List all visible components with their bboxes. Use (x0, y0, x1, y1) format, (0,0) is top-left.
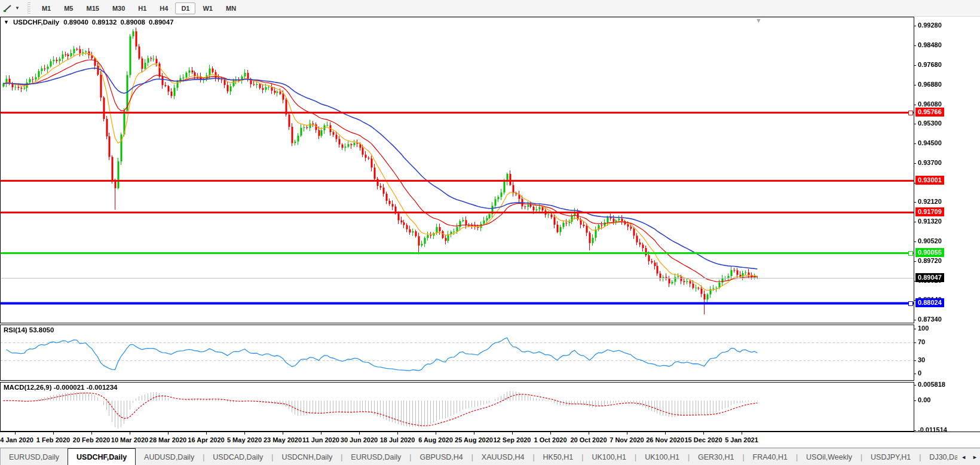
macd-indicator-pane: MACD(12,26,9) -0.000021 -0.001234 0.0058… (0, 382, 980, 432)
chart-tab-usdjpy-h1[interactable]: USDJPY,H1 (862, 448, 919, 465)
chart-tab-eurusd-daily[interactable]: EURUSD,Daily (1, 448, 68, 465)
drawing-tool-button[interactable]: ▼ (1, 3, 22, 14)
date-axis-tick (512, 432, 513, 435)
price-axis-label: 0.94500 (918, 139, 942, 146)
price-axis-label: 0.90520 (918, 237, 942, 244)
timeframe-button-d1[interactable]: D1 (175, 2, 195, 14)
date-axis-tick (168, 432, 169, 435)
date-axis-tick (397, 432, 398, 435)
price-axis-tick (914, 202, 916, 203)
chart-tab-bar: EURUSD,DailyUSDCHF,DailyAUDUSD,Daily|USD… (0, 448, 980, 465)
price-chart-canvas[interactable] (0, 17, 914, 323)
price-axis-label: 0.93700 (918, 159, 942, 166)
chart-tab-xauusd-h4[interactable]: XAUUSD,H4 (473, 448, 533, 465)
price-axis-tick (914, 105, 916, 105)
chart-tab-usoil-weekly[interactable]: USOil,Weekly (798, 448, 860, 465)
date-axis-tick (627, 432, 627, 435)
hline-drag-handle[interactable] (908, 111, 913, 115)
date-axis-tick (665, 432, 666, 435)
date-axis-tick (321, 432, 321, 435)
rsi-axis-label: 100 (918, 325, 929, 332)
hline-price-badge: 0.95766 (915, 108, 944, 117)
chart-tab-eurusd-daily[interactable]: EURUSD,Daily (342, 448, 409, 465)
chart-tab-ger30-h1[interactable]: GER30,H1 (690, 448, 742, 465)
price-axis-label: 0.89720 (918, 257, 942, 264)
macd-canvas[interactable] (0, 382, 914, 432)
price-axis-tick (914, 261, 916, 262)
timeframe-button-m30[interactable]: M30 (106, 2, 131, 14)
price-axis-tick (914, 124, 916, 124)
date-axis-tick (130, 432, 130, 435)
hline-drag-handle[interactable] (908, 301, 913, 306)
price-chart-pane: ▼ USDCHF,Daily 0.89040 0.89132 0.89008 0… (0, 17, 980, 323)
price-axis-tick (914, 143, 916, 144)
price-axis-label: 0.92120 (918, 198, 942, 205)
chart-dropdown-caret[interactable]: ▼ (4, 19, 9, 25)
trading-platform-window: ▼ M1M5M15M30H1H4D1W1MN ▼ USDCHF,Daily 0.… (0, 0, 980, 465)
chart-tab-uk100-h1[interactable]: UK100,H1 (636, 448, 688, 465)
chart-tab-audusd-daily[interactable]: AUDUSD,Daily (136, 448, 203, 465)
macd-axis-tick (914, 400, 916, 401)
ohlc-close: 0.89047 (149, 19, 174, 26)
price-axis-label: 0.95300 (918, 120, 942, 127)
price-axis-tick (914, 85, 916, 85)
chart-tab-usdchf-daily[interactable]: USDCHF,Daily (68, 448, 136, 465)
timeframe-button-w1[interactable]: W1 (197, 2, 219, 14)
chart-tab-usdcad-daily[interactable]: USDCAD,Daily (204, 448, 271, 465)
chart-shift-triangle[interactable]: ▼ (755, 17, 762, 24)
timeframe-button-mn[interactable]: MN (220, 2, 242, 14)
date-axis-tick (589, 432, 589, 435)
hline-drag-handle[interactable] (908, 251, 913, 256)
date-axis-tick (550, 432, 551, 435)
chart-tab-usdcnh-daily[interactable]: USDCNH,Daily (273, 448, 341, 465)
date-axis-tick (244, 432, 245, 435)
date-axis: 14 Jan 20201 Feb 202020 Feb 202010 Mar 2… (0, 432, 980, 448)
rsi-axis-label: 30 (918, 356, 925, 363)
price-axis-label: 0.91320 (918, 218, 942, 225)
pencil-icon (3, 4, 13, 13)
ohlc-low: 0.89008 (120, 19, 145, 26)
chevron-down-icon: ▼ (15, 5, 20, 11)
chart-ohlc: 0.89040 0.89132 0.89008 0.89047 (63, 19, 173, 26)
tab-scroll-right-icon[interactable]: ► (972, 454, 978, 460)
chart-tab-hk50-h1[interactable]: HK50,H1 (535, 448, 582, 465)
macd-axis-tick (914, 430, 916, 431)
macd-axis-label: 0.005818 (918, 381, 945, 388)
chart-tab-gbpusd-h4[interactable]: GBPUSD,H4 (411, 448, 471, 465)
price-axis-tick (914, 320, 916, 320)
rsi-axis-tick (914, 342, 916, 343)
rsi-axis-tick (914, 360, 916, 361)
date-axis-tick (53, 432, 54, 435)
macd-axis-label: 0.00 (918, 396, 930, 403)
chart-title: ▼ USDCHF,Daily 0.89040 0.89132 0.89008 0… (4, 19, 174, 26)
timeframe-button-m5[interactable]: M5 (58, 2, 79, 14)
rsi-axis-tick (914, 329, 916, 329)
tab-scroll-left-icon[interactable]: ◄ (961, 454, 966, 460)
chart-tab-fra40-h1[interactable]: FRA40,H1 (745, 448, 796, 465)
ohlc-high: 0.89132 (92, 19, 117, 26)
price-axis-tick (914, 222, 916, 222)
date-axis-tick (703, 432, 704, 435)
date-axis-tick (474, 432, 474, 435)
date-axis-tick (359, 432, 360, 435)
price-axis-label: 0.97680 (918, 61, 942, 68)
rsi-canvas[interactable] (0, 325, 914, 381)
hline-price-badge: 0.91709 (915, 207, 944, 216)
date-axis-tick (742, 432, 742, 435)
price-axis-label: 0.96080 (918, 100, 942, 108)
price-axis-label: 0.87340 (918, 316, 942, 323)
chart-symbol: USDCHF,Daily (13, 19, 59, 26)
timeframe-button-h1[interactable]: H1 (132, 2, 152, 14)
price-axis-tick (914, 163, 916, 164)
macd-label: MACD(12,26,9) -0.000021 -0.001234 (4, 384, 118, 391)
price-axis-tick (914, 65, 916, 66)
chart-tab-uk100-h1[interactable]: UK100,H1 (583, 448, 635, 465)
timeframe-button-m1[interactable]: M1 (36, 2, 57, 14)
date-axis-tick (436, 432, 436, 435)
hline-price-badge: 0.90055 (915, 248, 944, 257)
macd-axis-tick (914, 385, 916, 386)
timeframe-button-h4[interactable]: H4 (154, 2, 174, 14)
timeframe-button-m15[interactable]: M15 (80, 2, 105, 14)
rsi-indicator-pane: RSI(14) 53.8050 10070300 (0, 325, 980, 381)
toolbar-grip[interactable] (27, 2, 30, 14)
